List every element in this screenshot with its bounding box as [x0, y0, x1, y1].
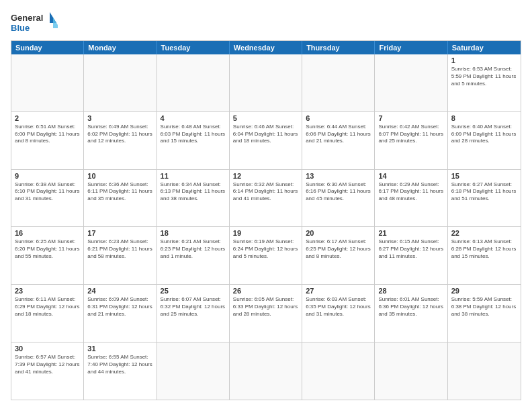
day-number: 16: [15, 229, 80, 237]
day-info: Sunrise: 6:55 AM Sunset: 7:40 PM Dayligh…: [87, 354, 152, 375]
calendar-cell: 20Sunrise: 6:17 AM Sunset: 6:25 PM Dayli…: [302, 227, 375, 284]
calendar-cell: [375, 54, 447, 111]
day-number: 9: [15, 172, 80, 180]
svg-text:General: General: [11, 13, 43, 23]
calendar-cell: 27Sunrise: 6:03 AM Sunset: 6:35 PM Dayli…: [302, 285, 375, 342]
calendar-cell: 1Sunrise: 6:53 AM Sunset: 5:59 PM Daylig…: [448, 54, 521, 111]
day-info: Sunrise: 6:23 AM Sunset: 6:21 PM Dayligh…: [87, 238, 152, 260]
calendar-cell: 4Sunrise: 6:48 AM Sunset: 6:03 PM Daylig…: [157, 112, 230, 169]
day-info: Sunrise: 5:59 AM Sunset: 6:38 PM Dayligh…: [451, 296, 517, 318]
calendar-cell: 18Sunrise: 6:21 AM Sunset: 6:23 PM Dayli…: [157, 227, 230, 284]
day-number: 20: [306, 229, 371, 237]
day-number: 18: [161, 229, 226, 237]
day-info: Sunrise: 6:21 AM Sunset: 6:23 PM Dayligh…: [161, 238, 226, 260]
day-number: 21: [378, 229, 443, 237]
logo-svg: General Blue: [11, 11, 58, 35]
calendar-cell: 7Sunrise: 6:42 AM Sunset: 6:07 PM Daylig…: [375, 112, 447, 169]
day-number: 24: [87, 287, 152, 295]
calendar-cell: 11Sunrise: 6:34 AM Sunset: 6:13 PM Dayli…: [157, 170, 230, 227]
day-info: Sunrise: 6:11 AM Sunset: 6:29 PM Dayligh…: [15, 296, 80, 318]
calendar-cell: [157, 342, 230, 400]
day-number: 3: [87, 114, 152, 122]
day-number: 23: [15, 287, 80, 295]
calendar-cell: [375, 342, 447, 400]
day-info: Sunrise: 6:07 AM Sunset: 6:32 PM Dayligh…: [161, 296, 226, 318]
logo: General Blue: [11, 11, 58, 35]
day-number: 30: [15, 345, 80, 353]
day-info: Sunrise: 6:34 AM Sunset: 6:13 PM Dayligh…: [161, 181, 226, 203]
calendar-cell: 25Sunrise: 6:07 AM Sunset: 6:32 PM Dayli…: [157, 285, 230, 342]
calendar-body: 1Sunrise: 6:53 AM Sunset: 5:59 PM Daylig…: [11, 54, 521, 400]
day-number: 7: [378, 114, 443, 122]
calendar-cell: 23Sunrise: 6:11 AM Sunset: 6:29 PM Dayli…: [11, 285, 84, 342]
calendar-cell: [302, 342, 375, 400]
day-info: Sunrise: 6:13 AM Sunset: 6:28 PM Dayligh…: [451, 238, 517, 260]
calendar-cell: 17Sunrise: 6:23 AM Sunset: 6:21 PM Dayli…: [84, 227, 157, 284]
day-number: 4: [161, 114, 226, 122]
calendar-cell: 19Sunrise: 6:19 AM Sunset: 6:24 PM Dayli…: [230, 227, 302, 284]
day-number: 28: [378, 287, 443, 295]
svg-text:Blue: Blue: [11, 23, 30, 33]
calendar-cell: 24Sunrise: 6:09 AM Sunset: 6:31 PM Dayli…: [84, 285, 157, 342]
day-info: Sunrise: 6:40 AM Sunset: 6:09 PM Dayligh…: [451, 124, 517, 145]
header: General Blue: [11, 11, 521, 35]
calendar-cell: 26Sunrise: 6:05 AM Sunset: 6:33 PM Dayli…: [230, 285, 302, 342]
day-number: 6: [306, 114, 371, 122]
day-number: 13: [306, 172, 371, 180]
calendar-cell: 12Sunrise: 6:32 AM Sunset: 6:14 PM Dayli…: [230, 170, 302, 227]
calendar-cell: 5Sunrise: 6:46 AM Sunset: 6:04 PM Daylig…: [230, 112, 302, 169]
day-info: Sunrise: 6:25 AM Sunset: 6:20 PM Dayligh…: [15, 238, 80, 260]
day-info: Sunrise: 6:15 AM Sunset: 6:27 PM Dayligh…: [378, 238, 443, 260]
day-info: Sunrise: 6:48 AM Sunset: 6:03 PM Dayligh…: [161, 124, 226, 145]
calendar-cell: 30Sunrise: 6:57 AM Sunset: 7:39 PM Dayli…: [11, 342, 84, 400]
day-info: Sunrise: 6:30 AM Sunset: 6:16 PM Dayligh…: [306, 181, 371, 203]
day-info: Sunrise: 6:05 AM Sunset: 6:33 PM Dayligh…: [233, 296, 298, 318]
calendar-row: 16Sunrise: 6:25 AM Sunset: 6:20 PM Dayli…: [11, 226, 521, 284]
calendar-row: 1Sunrise: 6:53 AM Sunset: 5:59 PM Daylig…: [11, 54, 521, 111]
calendar-row: 23Sunrise: 6:11 AM Sunset: 6:29 PM Dayli…: [11, 284, 521, 342]
day-info: Sunrise: 6:51 AM Sunset: 6:00 PM Dayligh…: [15, 124, 80, 145]
calendar-cell: [448, 342, 521, 400]
day-info: Sunrise: 6:29 AM Sunset: 6:17 PM Dayligh…: [378, 181, 443, 203]
calendar-cell: 13Sunrise: 6:30 AM Sunset: 6:16 PM Dayli…: [302, 170, 375, 227]
page: General Blue SundayMondayTuesdayWednesda…: [0, 0, 532, 411]
day-info: Sunrise: 6:44 AM Sunset: 6:06 PM Dayligh…: [306, 124, 371, 145]
day-info: Sunrise: 6:36 AM Sunset: 6:11 PM Dayligh…: [87, 181, 152, 203]
calendar-cell: [230, 342, 302, 400]
day-number: 5: [233, 114, 298, 122]
calendar-cell: 8Sunrise: 6:40 AM Sunset: 6:09 PM Daylig…: [448, 112, 521, 169]
day-number: 25: [161, 287, 226, 295]
day-number: 10: [87, 172, 152, 180]
day-info: Sunrise: 6:57 AM Sunset: 7:39 PM Dayligh…: [15, 354, 80, 375]
calendar: SundayMondayTuesdayWednesdayThursdayFrid…: [11, 40, 521, 400]
calendar-cell: [230, 54, 302, 111]
day-number: 12: [233, 172, 298, 180]
day-number: 17: [87, 229, 152, 237]
day-info: Sunrise: 6:01 AM Sunset: 6:36 PM Dayligh…: [378, 296, 443, 318]
calendar-cell: 22Sunrise: 6:13 AM Sunset: 6:28 PM Dayli…: [448, 227, 521, 284]
calendar-cell: 28Sunrise: 6:01 AM Sunset: 6:36 PM Dayli…: [375, 285, 447, 342]
day-info: Sunrise: 6:42 AM Sunset: 6:07 PM Dayligh…: [378, 124, 443, 145]
day-info: Sunrise: 6:46 AM Sunset: 6:04 PM Dayligh…: [233, 124, 298, 145]
calendar-header: SundayMondayTuesdayWednesdayThursdayFrid…: [11, 41, 521, 54]
day-number: 8: [451, 114, 517, 122]
day-info: Sunrise: 6:53 AM Sunset: 5:59 PM Dayligh…: [451, 66, 517, 87]
calendar-cell: 31Sunrise: 6:55 AM Sunset: 7:40 PM Dayli…: [84, 342, 157, 400]
day-number: 1: [451, 56, 517, 64]
weekday-header: Friday: [375, 41, 447, 54]
weekday-header: Sunday: [11, 41, 84, 54]
day-number: 27: [306, 287, 371, 295]
calendar-cell: 15Sunrise: 6:27 AM Sunset: 6:18 PM Dayli…: [448, 170, 521, 227]
calendar-cell: 21Sunrise: 6:15 AM Sunset: 6:27 PM Dayli…: [375, 227, 447, 284]
weekday-header: Thursday: [302, 41, 375, 54]
calendar-row: 2Sunrise: 6:51 AM Sunset: 6:00 PM Daylig…: [11, 111, 521, 169]
day-number: 29: [451, 287, 517, 295]
day-info: Sunrise: 6:49 AM Sunset: 6:02 PM Dayligh…: [87, 124, 152, 145]
weekday-header: Saturday: [448, 41, 521, 54]
day-info: Sunrise: 6:38 AM Sunset: 6:10 PM Dayligh…: [15, 181, 80, 203]
day-number: 15: [451, 172, 517, 180]
day-number: 22: [451, 229, 517, 237]
calendar-cell: [84, 54, 157, 111]
calendar-cell: 10Sunrise: 6:36 AM Sunset: 6:11 PM Dayli…: [84, 170, 157, 227]
day-info: Sunrise: 6:17 AM Sunset: 6:25 PM Dayligh…: [306, 238, 371, 260]
